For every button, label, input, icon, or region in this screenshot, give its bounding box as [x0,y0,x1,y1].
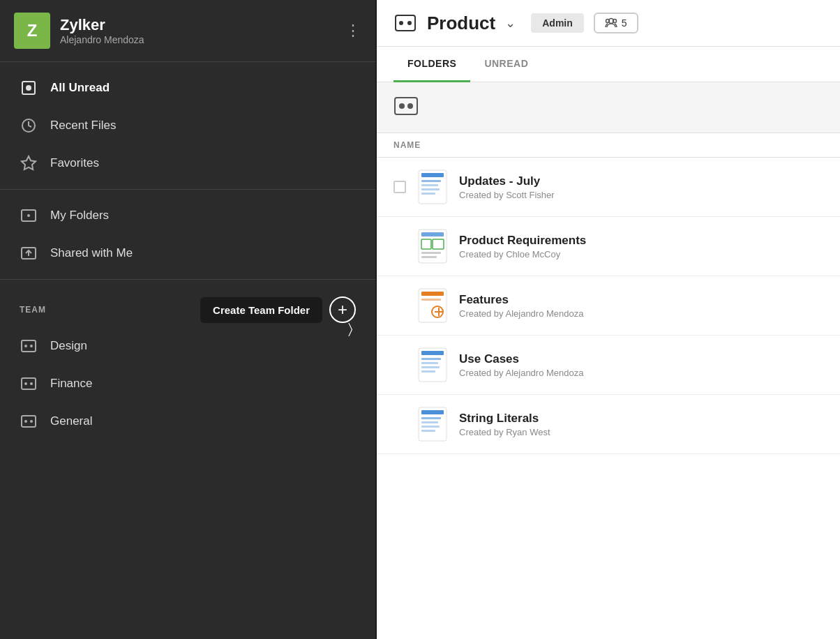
file-name: Features [459,293,823,307]
table-row[interactable]: String Literals Created by Ryan West [377,395,840,454]
sidebar-item-label: Favorites [50,156,99,170]
sidebar-item-design[interactable]: Design [0,327,375,365]
svg-rect-37 [421,256,437,258]
create-team-tooltip: Create Team Folder + 〉 [200,296,356,323]
svg-rect-30 [421,188,440,190]
members-icon [605,17,617,29]
avatar: Z [14,13,50,49]
file-icon [417,169,448,205]
svg-point-9 [30,345,33,347]
sidebar-item-label: Recent Files [50,119,116,133]
file-name: String Literals [459,412,823,426]
svg-rect-27 [421,173,444,177]
team-section-label: TEAM [20,305,46,315]
file-meta: Created by Alejandro Mendoza [459,368,823,378]
file-meta: Created by Alejandro Mendoza [459,308,823,319]
general-folder-icon [20,412,38,430]
tab-unread[interactable]: UNREAD [470,47,542,82]
sidebar-item-general[interactable]: General [0,403,375,440]
org-name: Zylker [60,16,336,34]
team-label-row: TEAM Create Team Folder + 〉 [0,287,375,327]
table-row[interactable]: Updates - July Created by Scott Fisher [377,158,840,217]
product-folder-icon [393,11,417,35]
file-icon [417,406,448,442]
svg-point-22 [613,20,616,23]
svg-rect-36 [421,252,441,254]
sidebar-item-shared-with-me[interactable]: Shared with Me [0,234,375,272]
header-info: Zylker Alejandro Mendoza [60,16,336,45]
table-row[interactable]: Use Cases Created by Alejandro Mendoza [377,336,840,395]
finance-folder-icon [20,375,38,393]
more-options-icon[interactable]: ⋮ [345,22,361,40]
svg-point-19 [407,21,412,25]
sidebar-item-finance[interactable]: Finance [0,365,375,403]
svg-point-11 [24,382,27,385]
table-header: NAME [377,133,840,158]
svg-rect-50 [421,417,441,419]
file-info: String Literals Created by Ryan West [459,412,823,437]
tabs-row: FOLDERS UNREAD [377,47,840,82]
svg-rect-31 [421,193,435,195]
shared-icon [20,244,38,262]
page-title: Product [427,13,495,34]
sidebar-nav: All Unread Recent Files Favorites [0,62,375,190]
members-button[interactable]: 5 [594,13,638,33]
svg-rect-16 [22,416,36,427]
create-team-label: Create Team Folder [200,297,322,323]
sidebar-item-my-folders[interactable]: My Folders [0,197,375,234]
svg-rect-46 [421,366,440,368]
svg-rect-47 [421,370,435,373]
file-icon [417,287,448,324]
file-icon [417,347,448,383]
file-name: Updates - July [459,174,823,188]
svg-point-25 [407,103,413,109]
svg-point-12 [30,382,33,385]
sidebar-item-label: Shared with Me [50,246,133,260]
sidebar-item-favorites[interactable]: Favorites [0,144,375,182]
chevron-down-icon[interactable]: ⌄ [505,15,516,31]
tab-folders[interactable]: FOLDERS [393,47,470,82]
sidebar-item-label: My Folders [50,209,109,223]
svg-rect-17 [396,15,415,31]
file-meta: Created by Ryan West [459,427,823,437]
sidebar: Z Zylker Alejandro Mendoza ⋮ All Unread [0,0,377,639]
members-count: 5 [622,17,627,29]
table-row[interactable]: Product Requirements Created by Chloe Mc… [377,217,840,276]
svg-rect-51 [421,421,438,423]
sidebar-item-recent-files[interactable]: Recent Files [0,107,375,144]
svg-rect-10 [22,340,36,352]
svg-point-14 [24,420,27,423]
table-row[interactable]: Features Created by Alejandro Mendoza [377,276,840,336]
my-folders-icon [20,206,38,225]
svg-rect-29 [421,184,438,186]
design-folder-icon [20,337,38,355]
my-section: My Folders Shared with Me [0,190,375,280]
file-info: Features Created by Alejandro Mendoza [459,293,823,319]
svg-point-4 [28,215,29,216]
svg-rect-52 [421,426,440,428]
row-checkbox[interactable] [393,181,406,193]
svg-rect-23 [395,98,417,114]
file-info: Use Cases Created by Alejandro Mendoza [459,352,823,378]
svg-rect-45 [421,362,438,364]
create-team-folder-button[interactable]: + [329,296,356,323]
sidebar-item-label: Design [50,339,87,353]
file-list: Updates - July Created by Scott Fisher P… [377,158,840,639]
svg-point-1 [26,85,31,91]
svg-rect-13 [22,378,36,389]
file-info: Updates - July Created by Scott Fisher [459,174,823,200]
all-unread-icon [20,79,38,97]
sidebar-header: Z Zylker Alejandro Mendoza ⋮ [0,0,375,62]
file-icon [417,228,448,264]
svg-point-8 [24,345,27,347]
team-section: TEAM Create Team Folder + 〉 Design [0,280,375,639]
svg-rect-39 [421,292,444,296]
sidebar-item-all-unread[interactable]: All Unread [0,69,375,107]
recent-files-icon [20,116,38,135]
admin-badge: Admin [531,13,584,33]
svg-rect-40 [421,299,441,301]
svg-rect-49 [421,410,444,414]
sidebar-item-label: General [50,414,92,428]
svg-rect-44 [421,358,441,360]
banner-folder-icon [393,93,419,119]
